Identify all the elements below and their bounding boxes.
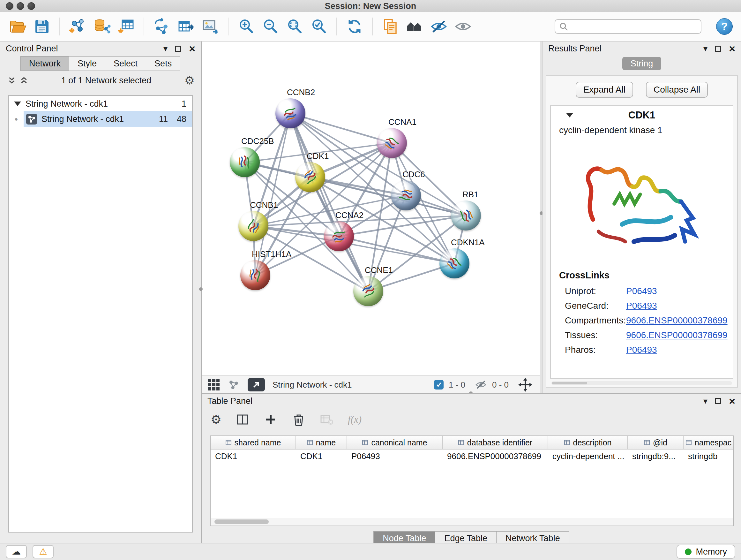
cloud-status-button[interactable]: ☁ <box>6 545 27 558</box>
column-header[interactable]: database identifier <box>443 436 548 449</box>
network-node-cdc6[interactable]: CDC6 <box>391 180 421 210</box>
crosslink-link[interactable]: P06493 <box>626 286 657 296</box>
clone-network-icon[interactable] <box>152 17 171 36</box>
results-horizontal-scrollbar[interactable] <box>551 381 732 385</box>
tab-string[interactable]: String <box>622 57 661 70</box>
open-in-window-button[interactable] <box>248 378 265 391</box>
share-network-icon[interactable] <box>228 379 240 391</box>
crosslink-link[interactable]: 9606.ENSP00000378699 <box>626 315 728 326</box>
crosslink-label: GeneCard: <box>565 301 626 311</box>
float-panel-icon[interactable] <box>175 46 181 52</box>
disclosure-triangle-icon[interactable] <box>14 102 21 106</box>
zoom-fit-icon[interactable] <box>285 17 304 36</box>
import-network-file-icon[interactable] <box>68 17 87 36</box>
table-cell[interactable]: cyclin-dependent ... <box>548 449 628 463</box>
expand-all-icon[interactable] <box>20 76 28 84</box>
export-image-icon[interactable] <box>201 17 219 36</box>
network-node-cdk1[interactable]: CDK1 <box>295 162 325 192</box>
add-column-icon[interactable] <box>264 413 278 427</box>
tab-style[interactable]: Style <box>69 56 105 71</box>
delete-column-trash-icon[interactable] <box>292 413 306 427</box>
table-horizontal-scrollbar[interactable] <box>211 518 733 525</box>
network-node-ccnb1[interactable]: CCNB1 <box>239 211 268 241</box>
hide-selected-eye-slash-icon[interactable] <box>429 17 448 36</box>
import-table-icon[interactable] <box>117 17 135 36</box>
splitter-handle[interactable] <box>199 287 203 291</box>
selected-checkbox-icon[interactable] <box>434 380 444 389</box>
protein-header[interactable]: CDK1 <box>551 106 733 125</box>
column-header[interactable]: @id <box>628 436 684 449</box>
birds-eye-crosshair-icon[interactable] <box>518 378 532 392</box>
collapse-all-icon[interactable] <box>8 76 16 84</box>
disclosure-triangle-icon[interactable] <box>566 113 573 118</box>
crosslink-link[interactable]: P06493 <box>626 301 657 311</box>
close-panel-icon[interactable]: × <box>189 43 195 54</box>
tab-sets[interactable]: Sets <box>146 56 180 71</box>
network-edge[interactable] <box>290 113 392 143</box>
tab-select[interactable]: Select <box>105 56 146 71</box>
network-node-cdkn1a[interactable]: CDKN1A <box>440 248 469 278</box>
column-header[interactable]: namespac <box>684 436 733 449</box>
warning-icon: ⚠ <box>39 547 47 556</box>
grid-view-icon[interactable] <box>207 378 220 391</box>
column-header[interactable]: shared name <box>211 436 296 449</box>
import-network-database-icon[interactable] <box>92 17 111 36</box>
table-cell[interactable]: CDK1 <box>296 449 347 463</box>
column-header[interactable]: description <box>548 436 628 449</box>
vertical-splitter[interactable] <box>540 42 542 393</box>
table-cell[interactable]: stringdb <box>684 449 733 463</box>
network-node-hist1h1a[interactable]: HIST1H1A <box>240 260 270 290</box>
collapse-panel-icon[interactable]: ▾ <box>703 397 708 405</box>
network-canvas[interactable]: CCNB2CCNA1CDC25BCDK1CDC6RB1CCNB1CCNA2CDK… <box>202 42 540 375</box>
table-cell[interactable]: 9606.ENSP00000378699 <box>443 449 548 463</box>
save-session-icon[interactable] <box>32 17 51 36</box>
table-options-gear-icon[interactable]: ⚙ <box>211 414 221 426</box>
table-cell[interactable]: CDK1 <box>211 449 296 463</box>
network-row-selected[interactable]: ● String Network - cdk1 11 48 <box>9 111 192 127</box>
close-panel-icon[interactable]: × <box>729 43 735 54</box>
show-columns-icon[interactable] <box>235 413 250 427</box>
tab-network[interactable]: Network <box>20 56 69 71</box>
network-node-rb1[interactable]: RB1 <box>451 200 481 231</box>
network-node-ccna2[interactable]: CCNA2 <box>324 221 354 251</box>
network-node-ccne1[interactable]: CCNE1 <box>353 276 383 306</box>
table-cell[interactable]: P06493 <box>347 449 443 463</box>
column-header[interactable]: name <box>296 436 347 449</box>
expand-all-button[interactable]: Expand All <box>576 82 633 98</box>
search-input[interactable] <box>571 22 697 32</box>
copy-document-icon[interactable] <box>381 17 400 36</box>
table-cell[interactable]: stringdb:9... <box>628 449 684 463</box>
float-panel-icon[interactable] <box>715 398 721 404</box>
open-session-icon[interactable] <box>8 17 27 36</box>
search-box[interactable] <box>555 19 701 34</box>
protein-ribbon-icon <box>240 212 267 240</box>
memory-button[interactable]: Memory <box>677 545 735 559</box>
hidden-eye-slash-icon[interactable] <box>475 379 487 391</box>
network-node-ccnb2[interactable]: CCNB2 <box>275 98 306 128</box>
zoom-out-icon[interactable] <box>261 17 280 36</box>
crosslink-link[interactable]: 9606.ENSP00000378699 <box>626 330 728 340</box>
zoom-selected-icon[interactable] <box>310 17 328 36</box>
memory-label: Memory <box>696 547 727 557</box>
show-all-eye-icon[interactable] <box>454 17 472 36</box>
network-node-cdc25b[interactable]: CDC25B <box>230 147 260 177</box>
network-node-ccna1[interactable]: CCNA1 <box>377 128 407 158</box>
collapse-panel-icon[interactable]: ▾ <box>163 44 167 53</box>
warnings-button[interactable]: ⚠ <box>32 545 54 558</box>
column-header[interactable]: canonical name <box>347 436 443 449</box>
float-panel-icon[interactable] <box>715 46 721 52</box>
houses-icon[interactable] <box>405 17 424 36</box>
refresh-icon[interactable] <box>345 17 364 36</box>
collapse-panel-icon[interactable]: ▾ <box>703 44 708 53</box>
zoom-in-icon[interactable] <box>237 17 255 36</box>
collapse-all-button[interactable]: Collapse All <box>646 82 708 98</box>
column-attr-icon <box>225 439 232 446</box>
close-panel-icon[interactable]: × <box>729 395 735 407</box>
crosslink-link[interactable]: P06493 <box>626 345 657 355</box>
network-collection-row[interactable]: String Network - cdk1 1 <box>9 96 192 111</box>
network-view: CCNB2CCNA1CDC25BCDK1CDC6RB1CCNB1CCNA2CDK… <box>202 42 540 393</box>
help-button[interactable]: ? <box>716 18 733 35</box>
table-row[interactable]: CDK1 CDK1 P06493 9606.ENSP00000378699 cy… <box>211 449 733 463</box>
network-options-gear-icon[interactable]: ⚙ <box>185 75 195 86</box>
export-table-icon[interactable] <box>177 17 195 36</box>
